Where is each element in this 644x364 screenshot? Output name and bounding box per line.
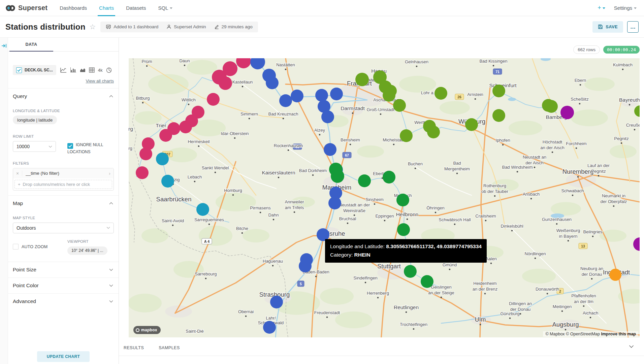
map-town-dot <box>485 220 487 222</box>
scatter-dot[interactable] <box>355 73 369 86</box>
more-options-button[interactable]: … <box>627 21 639 33</box>
section-advanced[interactable]: Advanced <box>8 294 119 309</box>
scatter-dot[interactable] <box>270 296 283 308</box>
dashboards-count[interactable]: Added to 1 dashboard <box>106 24 158 30</box>
scatter-dot[interactable] <box>404 265 417 278</box>
map-city-label: Bad Kreuznach <box>268 111 298 117</box>
attribution-mapbox-link[interactable]: © Mapbox <box>545 332 565 336</box>
scatter-dot[interactable] <box>219 76 232 90</box>
lonlat-chip[interactable]: longitude | latitude <box>13 115 57 124</box>
line-chart-icon[interactable] <box>60 67 67 73</box>
scatter-dot[interactable] <box>421 275 433 288</box>
panel-collapse-strip[interactable] <box>0 38 8 364</box>
attribution-osm-link[interactable]: © OpenStreetMap <box>566 332 600 336</box>
header-actions: SAVE … <box>592 21 639 33</box>
filter-item[interactable]: × __time (No filter) › <box>13 168 114 178</box>
tab-data[interactable]: DATA <box>9 38 53 52</box>
mapbox-logo[interactable]: mapbox <box>133 326 161 334</box>
section-point-size[interactable]: Point Size <box>8 262 119 277</box>
scatter-dot[interactable] <box>156 153 169 165</box>
scatter-dot[interactable] <box>279 94 292 107</box>
map-style-value: Outdoors <box>17 225 36 231</box>
scatter-dot[interactable] <box>393 99 406 112</box>
tab-results[interactable]: RESULTS <box>124 345 144 350</box>
scatter-dot[interactable] <box>358 174 371 187</box>
ignore-null-control[interactable]: IGNORE NULL LOCATIONS <box>67 142 114 155</box>
scatter-dot[interactable] <box>465 118 478 131</box>
scatter-dot[interactable] <box>383 171 395 184</box>
superset-logo[interactable]: Superset <box>0 4 54 12</box>
scatter-dot[interactable] <box>385 85 397 97</box>
scatter-dot[interactable] <box>397 223 410 236</box>
scatter-dot[interactable] <box>266 76 279 89</box>
scatter-dot[interactable] <box>324 143 336 156</box>
scatter-dot[interactable] <box>136 166 149 179</box>
map-town-dot <box>622 69 624 70</box>
nav-datasets[interactable]: Datasets <box>120 0 152 16</box>
scatter-dot[interactable] <box>331 169 344 183</box>
map-town-dot <box>583 305 585 307</box>
section-map[interactable]: Map <box>8 196 119 211</box>
view-all-charts-link[interactable]: View all charts <box>8 78 114 84</box>
last-modified-label: 29 minutes ago <box>222 24 253 29</box>
map-town-dot <box>454 224 456 225</box>
scatter-dot[interactable] <box>179 121 192 133</box>
map-town-dot <box>579 103 581 105</box>
map-city-label: Prüm <box>141 59 152 64</box>
scatter-dot[interactable] <box>159 129 172 142</box>
scatter-dot[interactable] <box>263 321 276 334</box>
scatter-dot[interactable] <box>434 87 447 100</box>
row-limit-select[interactable]: 10000 <box>13 141 56 152</box>
last-modified[interactable]: 29 minutes ago <box>214 24 253 29</box>
settings-menu[interactable]: Settings <box>614 5 637 11</box>
update-chart-button[interactable]: UPDATE CHART <box>37 351 90 362</box>
big-number-viz[interactable]: 4k <box>98 68 103 73</box>
scatter-dot[interactable] <box>330 88 343 100</box>
pie-chart-icon[interactable] <box>106 67 112 73</box>
ignore-null-checkbox[interactable] <box>67 143 73 149</box>
scatter-dot[interactable] <box>328 197 341 209</box>
improve-map-link[interactable]: Improve this map <box>601 332 636 336</box>
nav-sql[interactable]: SQL <box>152 0 179 16</box>
filter-drop-zone[interactable]: + Drop columns/metrics here or click <box>14 180 112 189</box>
map-canvas[interactable]: 636771560726132A 4PrümDaunNastättenGelnh… <box>129 58 640 337</box>
scatter-dot[interactable] <box>315 89 328 102</box>
expand-results-icon[interactable] <box>629 345 634 348</box>
scatter-dot[interactable] <box>299 260 312 272</box>
scatter-dot[interactable] <box>545 100 558 113</box>
save-button[interactable]: SAVE <box>592 21 623 33</box>
scatter-dot[interactable] <box>139 147 152 160</box>
scatter-dot[interactable] <box>396 194 409 206</box>
favorite-star-icon[interactable]: ☆ <box>90 23 96 31</box>
deckgl-scatter-map[interactable]: 636771560726132A 4PrümDaunNastättenGelnh… <box>129 58 640 337</box>
scatter-dot[interactable] <box>196 203 209 216</box>
chart-owner[interactable]: Superset Admin <box>166 24 206 29</box>
viewport-chip[interactable]: 10° 24' 49.86" | ... <box>67 246 107 255</box>
bar-chart-icon[interactable] <box>70 67 76 73</box>
scatter-dot[interactable] <box>291 90 303 102</box>
scatter-dot[interactable] <box>400 129 413 142</box>
scatter-dot[interactable] <box>207 93 220 106</box>
map-city-label: in Bayern <box>559 234 578 239</box>
scatter-dot[interactable] <box>492 85 505 97</box>
scatter-dot[interactable] <box>161 175 174 188</box>
tab-samples[interactable]: SAMPLES <box>159 345 180 350</box>
scatter-dot[interactable] <box>427 126 440 138</box>
map-style-select[interactable]: Outdoors <box>13 223 114 233</box>
remove-filter-icon[interactable]: × <box>13 171 22 176</box>
scatter-dot[interactable] <box>560 106 574 119</box>
table-icon[interactable] <box>89 67 95 73</box>
scatter-dot[interactable] <box>321 110 334 123</box>
auto-zoom-checkbox[interactable] <box>13 244 19 250</box>
nav-dashboards[interactable]: Dashboards <box>54 0 93 16</box>
area-chart-icon[interactable] <box>79 67 86 73</box>
scatter-dot[interactable] <box>492 109 505 122</box>
scatter-dot[interactable] <box>609 269 621 281</box>
nav-charts[interactable]: Charts <box>93 0 120 16</box>
auto-zoom-control[interactable]: AUTO ZOOM <box>13 239 67 255</box>
viz-type-chip[interactable]: DECK.GL SC... <box>13 65 56 75</box>
section-point-color[interactable]: Point Color <box>8 278 119 293</box>
filter-item-label: __time (No filter) <box>22 171 109 176</box>
section-query[interactable]: Query <box>8 89 119 104</box>
add-new-button[interactable]: + <box>598 4 605 11</box>
